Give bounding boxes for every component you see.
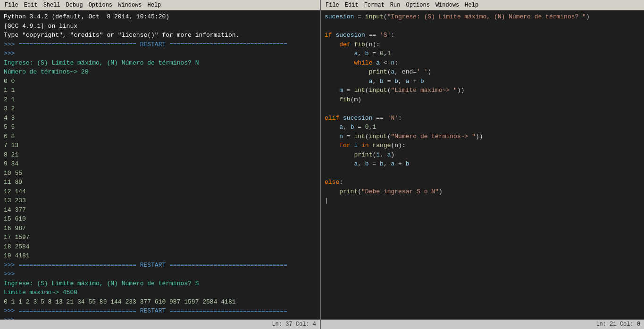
right-menubar[interactable]: File Edit Format Run Options Windows Hel… [321, 0, 644, 10]
menu-shell-left[interactable]: Shell [41, 1, 63, 9]
shell-output[interactable]: Python 3.4.2 (default, Oct 8 2014, 10:45… [0, 10, 320, 320]
right-status-text: Ln: 21 Col: 0 [596, 321, 640, 328]
menu-file-left[interactable]: File [2, 1, 21, 9]
menu-debug-left[interactable]: Debug [63, 1, 86, 9]
menu-file-right[interactable]: File [323, 1, 342, 9]
menu-windows-left[interactable]: Windows [115, 1, 144, 9]
menu-help-left[interactable]: Help [145, 1, 164, 9]
menu-edit-left[interactable]: Edit [21, 1, 41, 9]
menu-run-right[interactable]: Run [387, 1, 403, 9]
left-menubar[interactable]: File Edit Shell Debug Options Windows He… [0, 0, 320, 10]
menu-help-right[interactable]: Help [462, 1, 481, 9]
left-status-bar: Ln: 37 Col: 4 [0, 320, 320, 329]
right-status-bar: Ln: 21 Col: 0 [321, 320, 644, 329]
menu-windows-right[interactable]: Windows [433, 1, 462, 9]
shell-panel: File Edit Shell Debug Options Windows He… [0, 0, 321, 329]
menu-options-right[interactable]: Options [403, 1, 432, 9]
menu-format-right[interactable]: Format [361, 1, 387, 9]
code-editor[interactable]: sucesion = input("Ingrese: (S) Límite má… [321, 10, 644, 320]
menu-options-left[interactable]: Options [86, 1, 115, 9]
left-status-text: Ln: 37 Col: 4 [272, 321, 316, 328]
menu-edit-right[interactable]: Edit [342, 1, 361, 9]
editor-panel: File Edit Format Run Options Windows Hel… [321, 0, 644, 329]
